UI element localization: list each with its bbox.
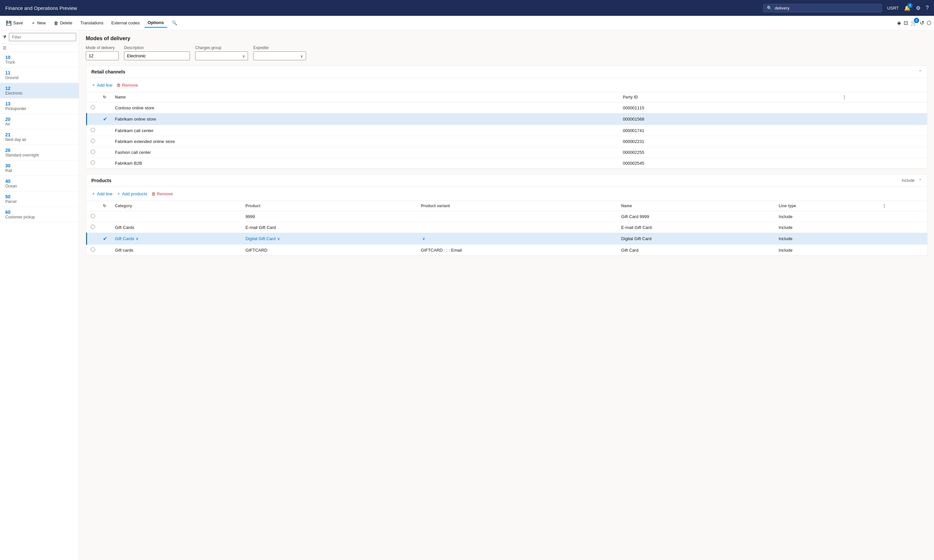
row-more-cell[interactable] xyxy=(838,113,927,125)
retail-more-col-header: ⋮ xyxy=(838,92,927,102)
products-remove-button[interactable]: 🗑 Remove xyxy=(151,190,173,198)
global-search-box[interactable]: 🔍 xyxy=(763,4,882,12)
split-icon[interactable]: ⊡ xyxy=(904,20,908,26)
product-more-cell[interactable] xyxy=(878,245,927,255)
row-radio[interactable] xyxy=(91,160,95,165)
sidebar-item-label: Ground xyxy=(5,75,74,80)
retail-add-line-button[interactable]: ＋ Add line xyxy=(91,81,113,89)
options-button[interactable]: Options xyxy=(144,18,167,28)
table-row[interactable]: Fabrikam extended online store 000002231 xyxy=(87,136,928,147)
sidebar-item-40[interactable]: 40 Ocean xyxy=(0,176,79,191)
products-select-col-header xyxy=(87,201,99,211)
table-row[interactable]: Fashion call center 000002255 xyxy=(87,147,928,158)
table-row[interactable]: Gift Cards E-mail Gift Card E-mail Gift … xyxy=(87,222,928,233)
sidebar-item-num: 12 xyxy=(5,86,74,91)
row-radio[interactable] xyxy=(91,248,95,252)
row-name-cell: Fabrikam online store xyxy=(111,113,619,125)
row-radio[interactable] xyxy=(91,225,95,229)
table-row[interactable]: Gift cards GIFTCARD GIFTCARD : : : Email… xyxy=(87,245,928,255)
row-more-cell[interactable] xyxy=(838,158,927,169)
row-more-cell[interactable] xyxy=(838,147,927,158)
table-row[interactable]: 9999 Gift Card 9999 Include xyxy=(87,211,928,222)
selected-check-icon: ✔ xyxy=(103,236,107,242)
variant-dropdown-icon[interactable]: ∨ xyxy=(422,236,425,241)
sidebar-item-20[interactable]: 20 Air xyxy=(0,114,79,129)
table-row[interactable]: Fabrikam call center 000001741 xyxy=(87,125,928,136)
row-indicator-cell xyxy=(99,147,111,158)
sidebar-filter-bar: ⧩ xyxy=(0,30,79,44)
sidebar-item-50[interactable]: 50 Parcel xyxy=(0,191,79,207)
product-dropdown-icon[interactable]: ∨ xyxy=(277,236,280,241)
sidebar-item-30[interactable]: 30 Rail xyxy=(0,160,79,176)
row-radio[interactable] xyxy=(91,214,95,218)
refresh-icon[interactable]: ↺ xyxy=(920,20,924,26)
table-row[interactable]: ✔ Gift Cards ∨ Digital Gift Card ∨ ∨ Dig… xyxy=(87,233,928,245)
row-select-cell xyxy=(87,136,99,147)
row-select-cell xyxy=(87,102,99,113)
retail-channels-header[interactable]: Retail channels ⌃ xyxy=(86,66,927,78)
sidebar-item-26[interactable]: 26 Standard overnight xyxy=(0,145,79,160)
sidebar-item-60[interactable]: 60 Customer pickup xyxy=(0,207,79,222)
products-header-right: Include ⌃ xyxy=(902,178,922,183)
retail-remove-button[interactable]: 🗑 Remove xyxy=(116,82,138,89)
delete-button[interactable]: 🗑 Delete xyxy=(51,18,76,28)
list-view-icon[interactable]: ☰ xyxy=(3,45,6,51)
new-button[interactable]: ＋ New xyxy=(28,18,49,28)
products-collapse-icon[interactable]: ⌃ xyxy=(919,178,922,183)
table-row[interactable]: Contoso online store 000001115 xyxy=(87,102,928,113)
product-variant-cell[interactable]: ∨ xyxy=(417,233,618,245)
product-category-cell[interactable]: Gift Cards ∨ xyxy=(111,233,242,245)
sidebar-item-10[interactable]: 10 Truck xyxy=(0,52,79,68)
retail-channels-collapse-icon[interactable]: ⌃ xyxy=(919,69,922,74)
product-product-cell[interactable]: Digital Gift Card ∨ xyxy=(241,233,417,245)
row-radio[interactable] xyxy=(91,128,95,132)
row-radio[interactable] xyxy=(91,139,95,143)
notification-icon[interactable]: 🔔 4 xyxy=(904,5,911,11)
sidebar-item-num: 21 xyxy=(5,132,74,137)
sidebar-item-12[interactable]: 12 Electronic xyxy=(0,83,79,98)
products-product-col-header: Product xyxy=(241,201,417,211)
expedite-select[interactable] xyxy=(253,51,306,60)
category-link[interactable]: Gift Cards xyxy=(115,236,134,241)
table-row[interactable]: Fabrikam B2B 000002545 xyxy=(87,158,928,169)
translations-button[interactable]: Translations xyxy=(77,18,107,27)
row-more-cell[interactable] xyxy=(838,125,927,136)
description-input[interactable] xyxy=(124,51,190,60)
charges-group-select[interactable] xyxy=(195,51,248,60)
products-header[interactable]: Products Include ⌃ xyxy=(86,175,927,187)
row-more-cell[interactable] xyxy=(838,102,927,113)
diamond-icon[interactable]: ◈ xyxy=(897,20,901,26)
row-radio[interactable] xyxy=(91,149,95,154)
product-link[interactable]: Digital Gift Card xyxy=(245,236,276,241)
products-table: ↻ Category Product Product variant Name … xyxy=(86,201,927,255)
sidebar-item-21[interactable]: 21 Next day air xyxy=(0,129,79,145)
product-linetype-cell: Include xyxy=(775,211,878,222)
products-section: Products Include ⌃ ＋ Add line ＋ Add prod… xyxy=(86,174,928,256)
product-more-cell[interactable] xyxy=(878,222,927,233)
settings-icon[interactable]: ⚙ xyxy=(916,5,920,11)
cart-icon[interactable]: 🛒 0 xyxy=(911,20,917,26)
row-select-cell xyxy=(87,233,99,245)
sidebar-filter-input[interactable] xyxy=(9,33,76,41)
save-button[interactable]: 💾 Save xyxy=(3,18,26,28)
cmd-search-button[interactable]: 🔍 xyxy=(168,18,181,27)
page-title: Modes of delivery xyxy=(86,35,928,42)
sidebar-item-11[interactable]: 11 Ground xyxy=(0,68,79,83)
global-search-input[interactable] xyxy=(775,6,874,11)
product-more-cell[interactable] xyxy=(878,211,927,222)
row-more-cell[interactable] xyxy=(838,136,927,147)
category-dropdown-icon[interactable]: ∨ xyxy=(136,236,139,241)
row-radio[interactable] xyxy=(91,105,95,109)
products-add-line-button[interactable]: ＋ Add line xyxy=(91,189,113,198)
row-partyid-cell: 000001115 xyxy=(619,102,838,113)
product-more-cell[interactable] xyxy=(878,233,927,245)
help-icon[interactable]: ? xyxy=(926,5,929,11)
products-add-products-button[interactable]: ＋ Add products xyxy=(116,189,147,198)
table-row[interactable]: ✔ Fabrikam online store 000001568 xyxy=(87,113,928,125)
retail-channels-title: Retail channels xyxy=(91,69,125,74)
sidebar-item-13[interactable]: 13 Pickuporder xyxy=(0,98,79,114)
mode-of-delivery-input[interactable] xyxy=(86,51,119,60)
sidebar-item-num: 30 xyxy=(5,163,74,168)
external-codes-button[interactable]: External codes xyxy=(108,18,143,27)
open-in-new-icon[interactable]: ⬡ xyxy=(927,20,931,26)
